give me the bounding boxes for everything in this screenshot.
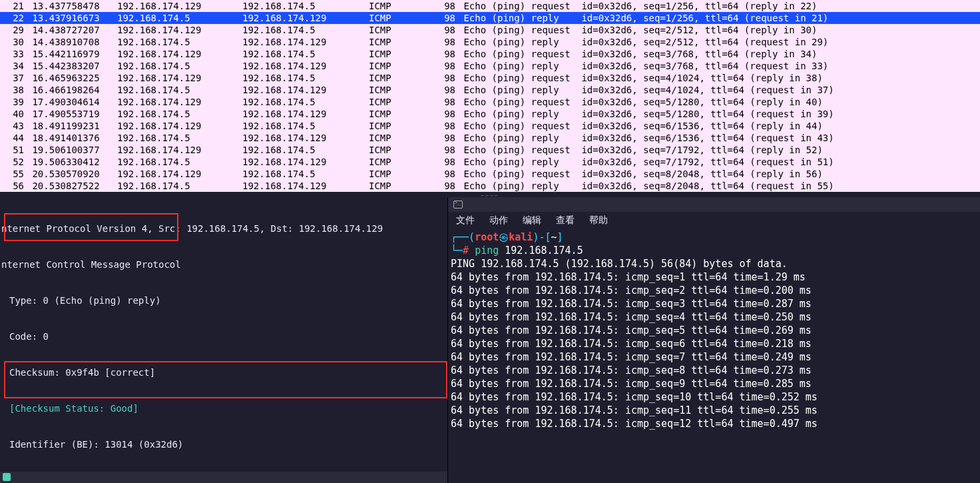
- icmp-checksum[interactable]: Checksum: 0x9f4b [correct]: [1, 366, 447, 378]
- table-row[interactable]: 22 13.437916673192.168.174.5192.168.174.…: [0, 12, 980, 24]
- table-row[interactable]: 44 18.491401376192.168.174.5192.168.174.…: [0, 132, 980, 144]
- table-row[interactable]: 29 14.438727207192.168.174.129192.168.17…: [0, 24, 980, 36]
- menu-item[interactable]: 动作: [489, 215, 508, 225]
- table-row[interactable]: 21 13.437758478192.168.174.129192.168.17…: [0, 0, 980, 12]
- status-dot-icon: [3, 473, 11, 481]
- table-row[interactable]: 38 16.466198264192.168.174.5192.168.174.…: [0, 84, 980, 96]
- terminal-titlebar[interactable]: [448, 197, 980, 212]
- menu-item[interactable]: 编辑: [523, 215, 541, 225]
- packet-list[interactable]: 21 13.437758478192.168.174.129192.168.17…: [0, 0, 980, 192]
- icmp-type[interactable]: Type: 0 (Echo (ping) reply): [1, 294, 447, 306]
- table-row[interactable]: 52 19.506330412192.168.174.5192.168.174.…: [0, 156, 980, 168]
- table-row[interactable]: 37 16.465963225192.168.174.129192.168.17…: [0, 72, 980, 84]
- status-bar: Data (data.data), 48 byte(s): [0, 472, 447, 483]
- table-row[interactable]: 40 17.490553719192.168.174.5192.168.174.…: [0, 108, 980, 120]
- icmp-code[interactable]: Code: 0: [1, 330, 447, 342]
- icmp-id-be[interactable]: Identifier (BE): 13014 (0x32d6): [1, 438, 447, 450]
- ip-line[interactable]: nternet Protocol Version 4, Src: 192.168…: [1, 223, 447, 235]
- menu-item[interactable]: 文件: [456, 215, 475, 225]
- menu-item[interactable]: 帮助: [589, 215, 608, 225]
- table-row[interactable]: 39 17.490304614192.168.174.129192.168.17…: [0, 96, 980, 108]
- table-row[interactable]: 33 15.442116979192.168.174.129192.168.17…: [0, 48, 980, 60]
- icmp-checksum-status[interactable]: [Checksum Status: Good]: [1, 402, 447, 414]
- terminal-icon: [453, 201, 463, 209]
- menu-item[interactable]: 查看: [556, 215, 575, 225]
- table-row[interactable]: 34 15.442383207192.168.174.5192.168.174.…: [0, 60, 980, 72]
- packet-details[interactable]: nternet Protocol Version 4, Src: 192.168…: [0, 197, 447, 483]
- terminal-menu[interactable]: 文件动作编辑查看帮助: [448, 212, 980, 229]
- terminal-body[interactable]: ┌──(root㉿kali)-[~] └─# ping 192.168.174.…: [448, 229, 980, 430]
- table-row[interactable]: 43 18.491199231192.168.174.129192.168.17…: [0, 120, 980, 132]
- splitter[interactable]: ┄┄┄┄: [0, 192, 980, 197]
- table-row[interactable]: 55 20.530570920192.168.174.129192.168.17…: [0, 168, 980, 180]
- table-row[interactable]: 30 14.438910708192.168.174.5192.168.174.…: [0, 36, 980, 48]
- table-row[interactable]: 56 20.530827522192.168.174.5192.168.174.…: [0, 180, 980, 192]
- icmp-line[interactable]: nternet Control Message Protocol: [1, 258, 447, 270]
- table-row[interactable]: 51 19.506100377192.168.174.129192.168.17…: [0, 144, 980, 156]
- terminal-window[interactable]: 文件动作编辑查看帮助 ┌──(root㉿kali)-[~] └─# ping 1…: [447, 197, 980, 483]
